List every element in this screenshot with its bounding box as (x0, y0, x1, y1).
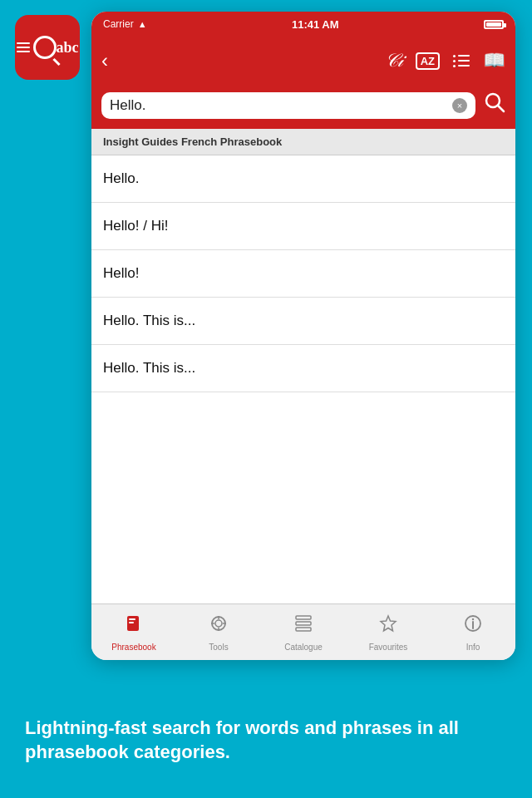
svg-rect-11 (296, 616, 311, 619)
tab-favourites[interactable]: Favourites (346, 608, 431, 657)
phrasebook-tab-label: Phrasebook (111, 643, 155, 652)
az-icon: AZ (416, 52, 440, 70)
list-item[interactable]: Hello! / Hi! (91, 203, 515, 250)
cursive-icon: 𝒞𝒾 (384, 50, 402, 71)
az-button[interactable]: AZ (416, 52, 440, 70)
search-clear-button[interactable]: × (452, 98, 467, 113)
results-header: Insight Guides French Phrasebook (91, 129, 515, 155)
battery-icon (484, 20, 504, 29)
phrasebook-tab-icon (123, 613, 145, 639)
search-bar: Hello. × (91, 85, 515, 129)
back-button[interactable]: ‹ (101, 44, 116, 77)
menu-lines-icon (17, 42, 30, 52)
svg-marker-14 (381, 616, 396, 631)
list-item[interactable]: Hello. (91, 155, 515, 203)
carrier-label: Carrier (103, 18, 134, 30)
tab-phrasebook[interactable]: Phrasebook (91, 608, 176, 657)
nav-bar: ‹ 𝒞𝒾 AZ 📖 (91, 37, 515, 85)
clock-label: 11:41 AM (292, 18, 339, 31)
svg-rect-3 (129, 618, 135, 620)
list-item[interactable]: Hello! (91, 250, 515, 298)
wifi-icon: ▲ (138, 19, 147, 29)
list-icon (453, 55, 470, 67)
list-item[interactable]: Hello. This is... (91, 298, 515, 345)
magnifier-icon (33, 36, 57, 59)
favourites-tab-label: Favourites (369, 643, 408, 652)
book-icon: 📖 (483, 50, 505, 71)
svg-rect-4 (129, 622, 134, 623)
results-area: Insight Guides French Phrasebook Hello.H… (91, 129, 515, 603)
status-bar: Carrier ▲ 11:41 AM (91, 12, 515, 37)
catalogue-tab-label: Catalogue (284, 643, 323, 652)
tab-info[interactable]: Info (431, 608, 515, 657)
svg-line-1 (498, 106, 504, 111)
list-button[interactable] (453, 55, 470, 67)
svg-point-17 (472, 618, 474, 620)
search-input-wrap: Hello. × (101, 92, 475, 119)
list-item[interactable]: Hello. This is... (91, 345, 515, 392)
info-tab-label: Info (466, 643, 480, 652)
favourites-tab-icon (377, 613, 399, 639)
bottom-text: Lightning-fast search for words and phra… (25, 716, 507, 765)
info-tab-icon (462, 613, 484, 639)
results-list: Hello.Hello! / Hi!Hello!Hello. This is..… (91, 155, 515, 392)
tab-tools[interactable]: Tools (176, 608, 261, 657)
svg-rect-12 (296, 622, 311, 625)
phone-frame: Carrier ▲ 11:41 AM ‹ 𝒞𝒾 AZ (91, 12, 515, 660)
cursive-button[interactable]: 𝒞𝒾 (384, 50, 402, 71)
tools-tab-label: Tools (209, 643, 228, 652)
book-button[interactable]: 📖 (483, 50, 505, 71)
svg-point-6 (215, 620, 222, 627)
search-input[interactable]: Hello. (110, 97, 452, 114)
search-button[interactable] (484, 91, 505, 119)
catalogue-tab-icon (293, 613, 314, 639)
tab-bar: Phrasebook Tools Catalogue Favourites In… (91, 603, 515, 660)
tab-catalogue[interactable]: Catalogue (261, 608, 346, 657)
tools-tab-icon (208, 613, 229, 639)
svg-rect-13 (296, 628, 311, 631)
app-logo-text: abc (57, 39, 79, 57)
app-logo: abc (15, 15, 80, 80)
